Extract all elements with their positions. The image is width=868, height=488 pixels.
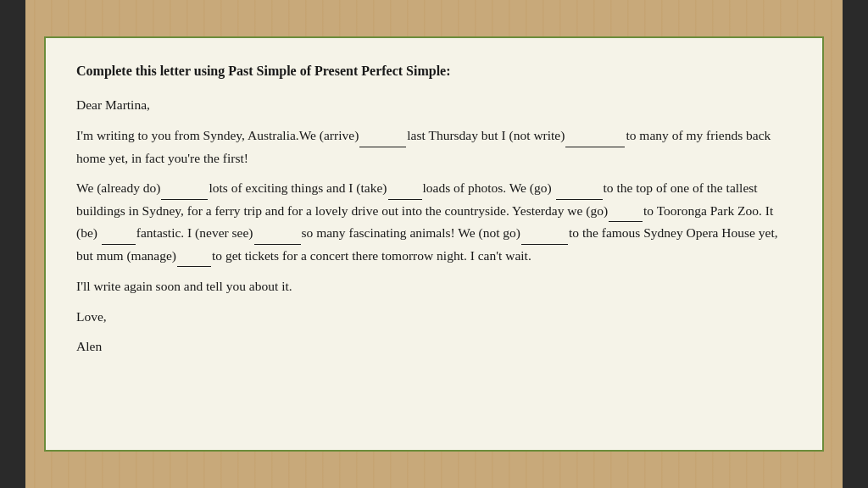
instruction-text: Complete this letter using Past Simple o…	[76, 62, 792, 80]
side-panel-right	[843, 0, 868, 488]
paragraph-2: We (already do) lots of exciting things …	[76, 177, 792, 267]
side-panel-left	[0, 0, 25, 488]
paragraph-3: I'll write again soon and tell you about…	[76, 275, 792, 297]
letter-body: Dear Martina, I'm writing to you from Sy…	[76, 94, 792, 358]
blank-already-do	[161, 177, 208, 200]
blank-arrive	[359, 125, 406, 147]
blank-manage	[177, 245, 211, 268]
word-writing: writing	[97, 128, 135, 142]
instruction-label: Complete this letter using Past Simple o…	[76, 64, 451, 78]
blank-go-2	[609, 200, 643, 223]
blank-not-go	[521, 222, 568, 245]
salutation: Dear Martina,	[76, 94, 792, 116]
blank-go-1	[556, 177, 603, 200]
letter-card: Complete this letter using Past Simple o…	[44, 36, 824, 452]
blank-not-write	[565, 125, 625, 147]
blank-be	[102, 222, 136, 245]
paragraph-1: I'm writing to you from Syndey, Australi…	[76, 125, 792, 169]
signature: Alen	[76, 336, 792, 358]
blank-never-see	[254, 222, 301, 245]
closing: Love,	[76, 306, 792, 328]
blank-take	[388, 177, 422, 200]
